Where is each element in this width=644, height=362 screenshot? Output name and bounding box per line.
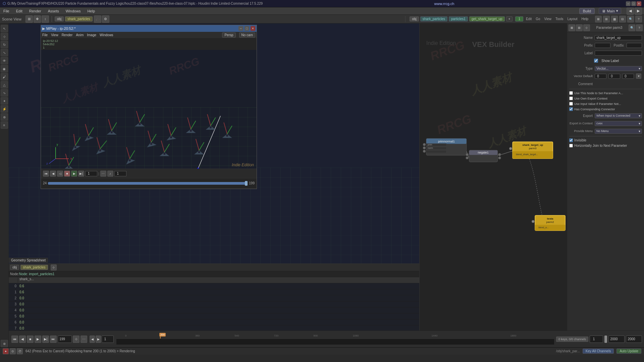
menu-edit[interactable]: Edit	[15, 8, 24, 14]
option-2-checkbox[interactable]	[569, 97, 573, 100]
pb-current-frame[interactable]	[58, 336, 72, 343]
sidebar-curve-icon[interactable]: ∿	[1, 89, 8, 97]
pb-jump-start[interactable]: ⏮	[11, 336, 18, 343]
param-export-dropdown[interactable]: When Input is Connected ▾	[595, 113, 642, 118]
mplay-menu-file[interactable]: File	[42, 33, 48, 37]
scene-shark-btn[interactable]: shark_particles	[20, 265, 48, 270]
sidebar-bottom-icon[interactable]: ⊗	[1, 340, 8, 347]
scene-tool-4[interactable]: 🎥	[94, 15, 101, 23]
s-tool-1[interactable]: ⊹	[51, 264, 57, 270]
sidebar-paint-icon[interactable]: 🖌	[1, 73, 8, 80]
range-end-input-2[interactable]	[608, 336, 625, 343]
scene-toolbar-btn2[interactable]: ✥	[34, 15, 41, 23]
option-3-checkbox[interactable]	[569, 102, 573, 106]
minimize-button[interactable]: –	[626, 1, 631, 6]
magnet-btn[interactable]: ⊙	[10, 348, 16, 354]
pb-options-1[interactable]: ⊹	[73, 336, 79, 343]
mplay-jump-start[interactable]: ⏮	[43, 171, 49, 177]
menu-windows[interactable]: Windows	[64, 8, 82, 14]
show-label-checkbox[interactable]	[594, 59, 598, 63]
right-tool-4[interactable]: ⊟	[619, 16, 626, 22]
right-tool-1[interactable]: ⊠	[595, 16, 602, 22]
range-end-input-1[interactable]	[590, 336, 603, 343]
scrubber-track[interactable]	[48, 182, 248, 185]
sidebar-scale-icon[interactable]: ⤡	[1, 49, 8, 56]
pb-stop[interactable]: ■	[27, 336, 34, 343]
mplay-menu-windows[interactable]: Windows	[100, 33, 113, 37]
mplay-persp-btn[interactable]: Persp	[222, 33, 235, 38]
pp-icon-2[interactable]: ⊞	[576, 24, 583, 31]
param-v2-input[interactable]	[608, 74, 620, 79]
scrubber-handle[interactable]	[245, 181, 248, 186]
pp-help[interactable]: ?	[636, 24, 643, 31]
menu-go[interactable]: Go	[534, 17, 541, 21]
range-start-input[interactable]	[102, 336, 114, 343]
mplay-current-frame[interactable]	[114, 171, 126, 176]
shark-particles-right-btn[interactable]: shark_particles	[420, 16, 447, 21]
right-tool-5[interactable]: 🔍	[627, 16, 634, 22]
mplay-play-back[interactable]: ◁	[57, 171, 63, 177]
sidebar-particles-icon[interactable]: ✦	[1, 97, 8, 105]
menu-edit-right[interactable]: Edit	[525, 17, 533, 21]
clock-btn[interactable]: ⏱	[17, 348, 23, 354]
menu-tools[interactable]: Tools	[554, 17, 565, 21]
param-v3-input[interactable]	[622, 74, 634, 79]
main-timeline[interactable]: 0 200 360 540 720 900 1080 1440 1800 200	[116, 334, 554, 345]
param-v1-input[interactable]	[595, 74, 606, 79]
menu-file[interactable]: File	[2, 8, 11, 14]
right-tool-6[interactable]: ?	[635, 16, 642, 22]
mplay-play-fwd[interactable]: ▶	[71, 171, 77, 177]
close-button[interactable]: ✕	[637, 1, 641, 6]
mplay-frame-input[interactable]	[85, 171, 97, 176]
window-controls[interactable]: – □ ✕	[626, 1, 641, 6]
sidebar-geo-icon[interactable]: △	[1, 81, 8, 88]
param-label-input[interactable]	[595, 51, 642, 56]
option-4-checkbox[interactable]	[569, 107, 573, 111]
toolbar-extra-btn1[interactable]: ◀	[627, 7, 634, 15]
mplay-close[interactable]: ✕	[251, 26, 255, 31]
mplay-menu-view[interactable]: View	[51, 33, 58, 37]
sidebar-dyn-icon[interactable]: ⚡	[1, 105, 8, 113]
mplay-maximize[interactable]: □	[245, 26, 249, 31]
mplay-options-btn[interactable]: ⋯	[100, 171, 106, 177]
param-postfix-input[interactable]	[627, 43, 642, 48]
range-end-input-3[interactable]	[626, 336, 642, 343]
pp-search[interactable]: 🔍	[629, 24, 635, 31]
menu-help-right[interactable]: Help	[580, 17, 590, 21]
menu-help[interactable]: Help	[86, 8, 96, 14]
param-vector-expand[interactable]: ▾	[636, 73, 641, 79]
mplay-menu-image[interactable]: Image	[87, 33, 96, 37]
menu-assets[interactable]: Assets	[47, 8, 60, 14]
get-shark-target-btn[interactable]: get_shark_target_up	[469, 16, 505, 21]
toolbar-extra-btn2[interactable]: ▶	[635, 7, 642, 15]
mplay-next-frame[interactable]: ▶|	[78, 171, 84, 177]
mplay-prev-frame[interactable]: ◀	[50, 171, 56, 177]
add-tab-btn[interactable]: +	[506, 16, 513, 21]
mplay-minimize[interactable]: –	[238, 26, 243, 31]
scene-obj-btn[interactable]: obj	[10, 265, 19, 270]
pb-jump-end[interactable]: ⏭	[50, 336, 57, 343]
param-type-dropdown[interactable]: Vector... ▾	[595, 66, 642, 71]
mplay-scrubber[interactable]: 24 199	[41, 178, 257, 188]
build-button[interactable]: Build	[579, 8, 595, 14]
param-name-input[interactable]	[595, 35, 642, 40]
right-tool-3[interactable]: ▦	[611, 16, 618, 22]
mplay-titlebar[interactable]: ▶ MPlay - ip-20:52:* – □ ✕	[41, 25, 257, 32]
param-menu-dropdown[interactable]: No Menu ▾	[595, 129, 642, 134]
invisible-checkbox[interactable]	[569, 138, 573, 142]
mplay-menu-render[interactable]: Render	[62, 33, 73, 37]
pp-icon-3[interactable]: ⊹	[583, 24, 590, 31]
sidebar-rotate-icon[interactable]: ↻	[1, 41, 8, 48]
scene-toolbar-btn3[interactable]: ↕	[42, 15, 49, 23]
shark-particles-path-btn[interactable]: shark_particles	[65, 16, 92, 21]
pb-options-2[interactable]: ⋯	[80, 336, 87, 343]
mplay-3d-viewport[interactable]: RRCG 人人素材 RRCG 人人素材	[41, 50, 257, 169]
mplay-audio-btn[interactable]: ♪	[107, 171, 113, 177]
record-btn[interactable]: ●	[3, 348, 9, 354]
pb-step-back[interactable]: ◀	[19, 336, 26, 343]
menu-layout[interactable]: Layout	[566, 17, 579, 21]
pp-icon-1[interactable]: ⊠	[569, 24, 575, 31]
sidebar-shelf-icon[interactable]: ≡	[1, 121, 8, 129]
scene-toolbar-btn1[interactable]: ⊞	[25, 15, 33, 23]
menu-view-right[interactable]: View	[543, 17, 553, 21]
